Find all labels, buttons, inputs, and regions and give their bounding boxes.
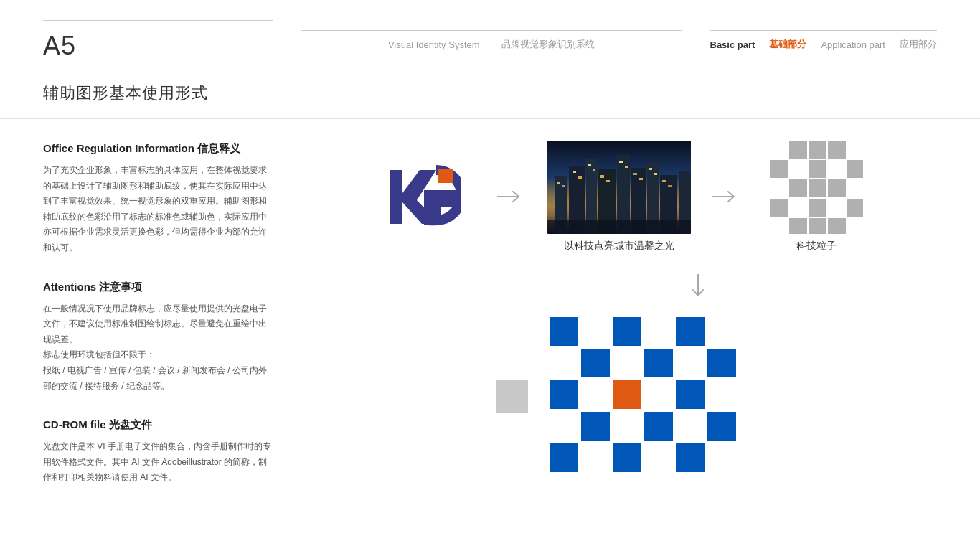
arrow-right-1	[497, 189, 526, 204]
svg-rect-25	[662, 180, 666, 182]
svg-rect-36	[828, 179, 846, 197]
svg-rect-46	[676, 317, 705, 346]
nav-app-cn: 应用部分	[900, 38, 937, 51]
color-checker-box	[550, 317, 743, 478]
nav-basic-cn: 基础部分	[769, 38, 806, 51]
gray-checker-svg	[770, 141, 863, 234]
svg-rect-22	[639, 178, 643, 180]
nav-basic-en: Basic part	[710, 39, 755, 50]
svg-rect-16	[593, 169, 595, 171]
right-panel: 以科技点亮城市温馨之光	[301, 141, 937, 509]
svg-rect-23	[649, 168, 652, 170]
main-content: Office Regulation Information 信息释义 为了充实企…	[0, 119, 980, 530]
svg-rect-35	[809, 179, 826, 197]
svg-rect-13	[573, 171, 576, 173]
svg-rect-41	[809, 218, 826, 234]
info-heading-3: CD-ROM file 光盘文件	[43, 417, 273, 432]
svg-rect-52	[676, 380, 705, 409]
header-center: Visual Identity System 品牌视觉形象识别系统	[301, 30, 682, 51]
svg-rect-53	[581, 412, 610, 441]
info-block-3: CD-ROM file 光盘文件 光盘文件是本 VI 手册电子文件的集合，内含手…	[43, 417, 273, 486]
section-title: 辅助图形基本使用形式	[43, 84, 208, 102]
svg-rect-12	[562, 185, 565, 187]
color-checker-svg	[550, 317, 743, 475]
svg-rect-58	[676, 443, 705, 472]
svg-rect-47	[581, 349, 610, 377]
svg-rect-14	[578, 176, 582, 179]
header-right: Basic part 基础部分 Application part 应用部分	[710, 30, 938, 51]
svg-rect-39	[847, 199, 863, 217]
city-item: 以科技点亮城市温馨之光	[547, 141, 691, 253]
svg-rect-28	[789, 141, 807, 159]
section-title-area: 辅助图形基本使用形式	[0, 61, 980, 119]
svg-rect-29	[809, 141, 826, 159]
svg-rect-40	[789, 218, 807, 234]
logo-item	[368, 154, 476, 240]
checker-label: 科技粒子	[796, 240, 837, 253]
svg-rect-43	[496, 380, 528, 413]
svg-rect-37	[770, 199, 788, 217]
svg-rect-32	[809, 160, 826, 178]
info-block-1: Office Regulation Information 信息释义 为了充实企…	[43, 141, 273, 256]
svg-rect-54	[644, 412, 673, 441]
kg-logo-svg	[382, 163, 461, 231]
gray-checker-box	[763, 141, 870, 234]
top-row: 以科技点亮城市温馨之光	[301, 141, 937, 253]
svg-rect-27	[547, 220, 691, 234]
small-gray-box	[496, 380, 528, 415]
arrow-right-2	[712, 189, 741, 204]
svg-rect-33	[847, 160, 863, 178]
info-block-2: Attentions 注意事项 在一般情况况下使用品牌标志，应尽量使用提供的光盘…	[43, 279, 273, 395]
info-heading-1: Office Regulation Information 信息释义	[43, 141, 273, 156]
arrow-down	[691, 274, 705, 303]
city-svg	[547, 141, 691, 234]
city-image	[547, 141, 691, 234]
svg-rect-15	[588, 164, 591, 166]
left-panel: Office Regulation Information 信息释义 为了充实企…	[43, 141, 273, 509]
nav-app-en: Application part	[821, 39, 885, 50]
svg-rect-26	[668, 185, 672, 187]
header-left: A5	[43, 20, 273, 61]
svg-rect-56	[550, 443, 578, 472]
svg-rect-24	[654, 173, 657, 175]
svg-rect-11	[557, 182, 560, 184]
info-body-3: 光盘文件是本 VI 手册电子文件的集合，内含手册制作时的专用软件格式文件。其中 …	[43, 439, 273, 486]
header: A5 Visual Identity System 品牌视觉形象识别系统 Bas…	[0, 0, 980, 61]
svg-rect-49	[707, 349, 736, 377]
nav-center-en: Visual Identity System	[388, 39, 480, 50]
svg-rect-18	[606, 180, 610, 182]
info-body-1: 为了充实企业形象，丰富标志的具体应用，在整体视觉要求的基础上设计了辅助图形和辅助…	[43, 163, 273, 256]
svg-rect-30	[828, 141, 846, 159]
svg-rect-0	[438, 169, 453, 183]
svg-rect-55	[707, 412, 736, 441]
bottom-row	[301, 317, 937, 478]
svg-rect-31	[770, 160, 788, 178]
page-container: A5 Visual Identity System 品牌视觉形象识别系统 Bas…	[0, 0, 980, 551]
svg-rect-42	[828, 218, 846, 234]
gray-checker-item: 科技粒子	[763, 141, 870, 253]
svg-rect-19	[619, 161, 623, 163]
nav-center-cn: 品牌视觉形象识别系统	[501, 38, 595, 51]
svg-rect-51	[613, 380, 641, 409]
svg-rect-45	[613, 317, 641, 346]
svg-rect-34	[789, 179, 807, 197]
svg-rect-44	[550, 317, 578, 346]
svg-rect-38	[809, 199, 826, 217]
kg-logo-box	[368, 154, 476, 240]
svg-rect-20	[625, 166, 628, 168]
page-number: A5	[43, 31, 76, 60]
city-label: 以科技点亮城市温馨之光	[564, 240, 674, 253]
svg-rect-17	[600, 175, 604, 178]
info-body-2: 在一般情况况下使用品牌标志，应尽量使用提供的光盘电子文件，不建议使用标准制图绘制…	[43, 301, 273, 395]
svg-rect-50	[550, 380, 578, 409]
info-heading-2: Attentions 注意事项	[43, 279, 273, 294]
svg-rect-21	[633, 173, 637, 175]
svg-rect-57	[613, 443, 641, 472]
svg-rect-48	[644, 349, 673, 377]
